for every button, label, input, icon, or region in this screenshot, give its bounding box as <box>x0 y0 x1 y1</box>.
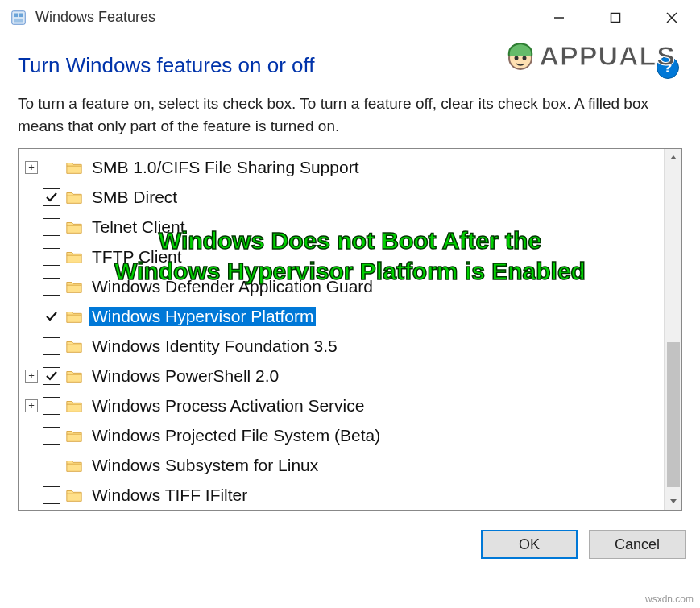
folder-icon <box>65 398 83 414</box>
minimize-button[interactable] <box>531 0 587 35</box>
feature-label[interactable]: Windows Projected File System (Beta) <box>89 426 383 445</box>
feature-checkbox[interactable] <box>43 486 60 504</box>
folder-icon <box>65 338 83 354</box>
folder-icon <box>65 279 83 295</box>
feature-label[interactable]: Windows TIFF IFilter <box>89 486 250 505</box>
feature-checkbox[interactable] <box>43 397 60 415</box>
folder-icon <box>65 308 83 325</box>
folder-icon <box>65 457 83 474</box>
feature-checkbox[interactable] <box>43 457 60 474</box>
svg-rect-5 <box>611 13 620 22</box>
features-list: +SMB 1.0/CIFS File Sharing Support+SMB D… <box>18 148 682 511</box>
feature-label[interactable]: Windows PowerShell 2.0 <box>89 366 281 386</box>
close-button[interactable] <box>644 0 700 35</box>
source-watermark: wsxdn.com <box>645 594 694 605</box>
feature-row[interactable]: +Windows Process Activation Service <box>20 391 662 420</box>
feature-row[interactable]: +Windows PowerShell 2.0 <box>20 361 662 391</box>
expander-icon[interactable]: + <box>25 161 38 174</box>
feature-label[interactable]: Windows Defender Application Guard <box>89 277 375 296</box>
feature-checkbox[interactable] <box>43 159 60 176</box>
feature-checkbox[interactable] <box>43 337 60 355</box>
ok-button[interactable]: OK <box>481 530 578 559</box>
content-area: Turn Windows features on or off ? To tur… <box>0 35 700 519</box>
cancel-button[interactable]: Cancel <box>589 530 686 559</box>
feature-row[interactable]: +SMB Direct <box>20 182 662 212</box>
folder-icon <box>65 219 83 235</box>
titlebar: Windows Features <box>0 0 700 35</box>
feature-checkbox[interactable] <box>43 188 60 206</box>
feature-label[interactable]: TFTP Client <box>89 247 184 267</box>
scrollbar[interactable] <box>664 149 681 510</box>
folder-icon <box>65 428 83 444</box>
feature-label[interactable]: SMB Direct <box>89 188 180 207</box>
svg-rect-3 <box>14 18 23 22</box>
expander-icon[interactable]: + <box>25 399 38 412</box>
feature-row[interactable]: +Windows Subsystem for Linux <box>20 450 662 480</box>
svg-rect-1 <box>14 13 19 17</box>
feature-checkbox[interactable] <box>43 367 60 385</box>
folder-icon <box>65 487 83 503</box>
page-title: Turn Windows features on or off <box>18 53 315 78</box>
feature-checkbox[interactable] <box>43 248 60 266</box>
scroll-up-icon[interactable] <box>665 149 681 167</box>
scroll-down-icon[interactable] <box>665 492 681 510</box>
folder-icon <box>65 249 83 265</box>
window-controls <box>531 0 700 35</box>
expander-icon[interactable]: + <box>25 370 38 383</box>
window-title: Windows Features <box>35 9 531 26</box>
maximize-button[interactable] <box>587 0 644 35</box>
feature-checkbox[interactable] <box>43 308 60 325</box>
feature-row[interactable]: +Telnet Client <box>20 212 662 242</box>
feature-row[interactable]: +Windows TIFF IFilter <box>20 480 662 510</box>
help-icon[interactable]: ? <box>657 56 679 79</box>
svg-rect-0 <box>12 10 26 24</box>
folder-icon <box>65 368 83 384</box>
feature-row[interactable]: +Windows Defender Application Guard <box>20 271 662 301</box>
scroll-thumb[interactable] <box>667 342 680 487</box>
svg-rect-2 <box>19 13 23 17</box>
app-icon <box>10 9 27 27</box>
description-text: To turn a feature on, select its check b… <box>18 93 682 137</box>
feature-checkbox[interactable] <box>43 427 60 445</box>
feature-row[interactable]: +Windows Identity Foundation 3.5 <box>20 331 662 361</box>
folder-icon <box>65 159 83 176</box>
feature-row[interactable]: +TFTP Client <box>20 242 662 271</box>
feature-checkbox[interactable] <box>43 278 60 296</box>
feature-row[interactable]: +Windows Projected File System (Beta) <box>20 420 662 450</box>
feature-label[interactable]: Windows Subsystem for Linux <box>89 456 321 475</box>
feature-row[interactable]: +SMB 1.0/CIFS File Sharing Support <box>20 152 662 182</box>
feature-label[interactable]: Windows Identity Foundation 3.5 <box>89 337 340 356</box>
feature-label[interactable]: Telnet Client <box>89 217 188 237</box>
folder-icon <box>65 189 83 205</box>
feature-row[interactable]: +Windows Hypervisor Platform <box>20 301 662 331</box>
feature-label[interactable]: SMB 1.0/CIFS File Sharing Support <box>89 158 361 177</box>
dialog-buttons: OK Cancel <box>0 519 700 570</box>
feature-label[interactable]: Windows Hypervisor Platform <box>89 307 316 326</box>
feature-label[interactable]: Windows Process Activation Service <box>89 396 367 416</box>
feature-checkbox[interactable] <box>43 218 60 236</box>
